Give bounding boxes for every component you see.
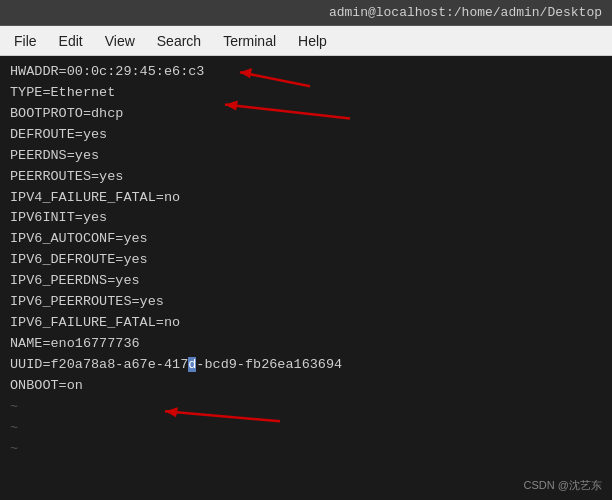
- tilde-2: ~: [10, 418, 602, 439]
- menu-search[interactable]: Search: [149, 31, 209, 51]
- line-15: UUID=f20a78a8-a67e-417d-bcd9-fb26ea16369…: [10, 355, 602, 376]
- line-16: ONBOOT=on: [10, 376, 602, 397]
- line-10: IPV6_DEFROUTE=yes: [10, 250, 602, 271]
- line-6: PEERROUTES=yes: [10, 167, 602, 188]
- line-4: DEFROUTE=yes: [10, 125, 602, 146]
- line-13: IPV6_FAILURE_FATAL=no: [10, 313, 602, 334]
- line-5: PEERDNS=yes: [10, 146, 602, 167]
- line-8: IPV6INIT=yes: [10, 208, 602, 229]
- line-14: NAME=eno16777736: [10, 334, 602, 355]
- menu-help[interactable]: Help: [290, 31, 335, 51]
- terminal-body: HWADDR=00:0c:29:45:e6:c3 TYPE=Ethernet B…: [0, 56, 612, 500]
- title-text: admin@localhost:/home/admin/Desktop: [329, 5, 602, 20]
- title-bar: admin@localhost:/home/admin/Desktop: [0, 0, 612, 26]
- watermark: CSDN @沈艺东: [524, 477, 602, 494]
- menu-view[interactable]: View: [97, 31, 143, 51]
- line-7: IPV4_FAILURE_FATAL=no: [10, 188, 602, 209]
- tilde-3: ~: [10, 439, 602, 460]
- menu-file[interactable]: File: [6, 31, 45, 51]
- line-2: TYPE=Ethernet: [10, 83, 602, 104]
- line-3: BOOTPROTO=dhcp: [10, 104, 602, 125]
- tilde-1: ~: [10, 397, 602, 418]
- line-12: IPV6_PEERROUTES=yes: [10, 292, 602, 313]
- highlight-d: d: [188, 357, 196, 372]
- line-9: IPV6_AUTOCONF=yes: [10, 229, 602, 250]
- terminal-window: admin@localhost:/home/admin/Desktop File…: [0, 0, 612, 500]
- menu-terminal[interactable]: Terminal: [215, 31, 284, 51]
- menu-edit[interactable]: Edit: [51, 31, 91, 51]
- menu-bar: File Edit View Search Terminal Help: [0, 26, 612, 56]
- line-1: HWADDR=00:0c:29:45:e6:c3: [10, 62, 602, 83]
- line-11: IPV6_PEERDNS=yes: [10, 271, 602, 292]
